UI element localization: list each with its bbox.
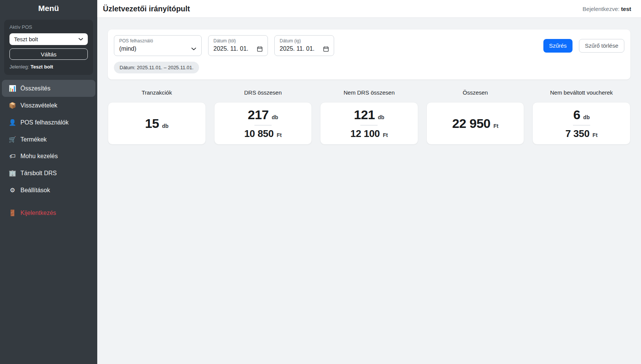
stat-non-drs-total: Nem DRS összesen 121 db 12 100 Ft (320, 89, 418, 145)
user-icon: 👤 (9, 119, 16, 126)
stat-primary-unit: db (162, 123, 168, 129)
stat-primary-value: 6 (573, 107, 580, 122)
header-bar: Üzletvezetői irányítópult Bejelentkezve:… (97, 0, 641, 18)
sidebar-item-termekek[interactable]: 🛒 Termékek (2, 131, 95, 148)
sidebar-item-label: Összesítés (20, 85, 50, 92)
sidebar-item-label: Termékek (20, 136, 47, 143)
clear-filter-button[interactable]: Szűrő törlése (579, 39, 624, 53)
stat-title: Összesen (426, 89, 524, 96)
stat-primary-unit: db (583, 114, 590, 120)
date-to-input[interactable]: Dátum (ig) 2025. 11. 01. (274, 35, 334, 56)
building-icon: 🏢 (9, 170, 16, 177)
stat-drs-total: DRS összesen 217 db 10 850 Ft (214, 89, 312, 145)
stat-unredeemed-vouchers: Nem beváltott voucherek 6 db 7 350 Ft (532, 89, 630, 145)
stat-card: 22 950 Ft (426, 102, 524, 145)
sidebar-item-osszesites[interactable]: 📊 Összesítés (2, 80, 95, 97)
sidebar-item-label: Visszavételek (20, 102, 58, 109)
package-icon: 📦 (9, 102, 16, 109)
sidebar-menu-title: Menü (0, 0, 97, 17)
sidebar-item-label: Beállítások (20, 187, 50, 194)
stat-title: Tranzakciók (108, 89, 206, 96)
stat-transactions: Tranzakciók 15 db (108, 89, 206, 145)
stat-divider (360, 125, 378, 126)
chevron-down-icon (191, 46, 196, 51)
stat-secondary-unit: Ft (277, 132, 282, 138)
stat-title: Nem beváltott voucherek (532, 89, 630, 96)
stat-title: Nem DRS összesen (320, 89, 418, 96)
login-status: Bejelentkezve: test (583, 6, 631, 12)
pos-user-select[interactable]: POS felhasználó (mind) (114, 35, 202, 56)
date-from-value: 2025. 11. 01. (213, 45, 248, 52)
date-from-input[interactable]: Dátum (tól) 2025. 11. 01. (208, 35, 268, 56)
pos-user-select-label: POS felhasználó (119, 38, 196, 44)
pos-user-select-value: (mind) (119, 45, 136, 52)
stat-secondary-value: 7 350 (565, 128, 590, 140)
date-to-value: 2025. 11. 01. (280, 45, 314, 52)
stat-grand-total: Összesen 22 950 Ft (426, 89, 524, 145)
stat-card: 15 db (108, 102, 206, 145)
active-pos-panel: Aktív POS Teszt bolt Váltás Jelenleg: Te… (4, 20, 93, 75)
door-icon: 🚪 (9, 209, 16, 216)
sidebar: Menü Aktív POS Teszt bolt Váltás Jelenle… (0, 0, 97, 364)
stat-secondary-value: 10 850 (244, 128, 274, 140)
sidebar-item-label: Társbolt DRS (20, 170, 57, 177)
main-area: Üzletvezetői irányítópult Bejelentkezve:… (97, 0, 641, 364)
stat-secondary-unit: Ft (383, 132, 388, 138)
page-title: Üzletvezetői irányítópult (103, 5, 190, 13)
gear-icon: ⚙ (9, 187, 16, 194)
sidebar-item-tarsbolt-drs[interactable]: 🏢 Társbolt DRS (2, 165, 95, 182)
pos-store-select-value: Teszt bolt (14, 36, 38, 42)
stat-secondary-unit: Ft (593, 132, 597, 138)
filter-button[interactable]: Szűrés (543, 39, 573, 53)
tag-icon: 🏷 (9, 153, 16, 160)
login-status-label: Bejelentkezve: (583, 6, 620, 12)
stat-primary-unit: db (272, 114, 278, 120)
stat-secondary-value: 12 100 (350, 128, 380, 140)
current-store-label: Jelenleg: (9, 64, 29, 70)
stat-primary-unit: db (378, 114, 384, 120)
stat-primary-value: 22 950 (452, 116, 490, 131)
active-pos-label: Aktív POS (9, 24, 88, 30)
sidebar-item-mohu-kezeles[interactable]: 🏷 Mohu kezelés (2, 148, 95, 165)
content-area: POS felhasználó (mind) Dátum (tól) 2025.… (97, 18, 641, 145)
pos-store-select[interactable]: Teszt bolt (9, 33, 88, 45)
logout-button[interactable]: 🚪 Kijelentkezés (2, 204, 95, 221)
calendar-icon[interactable] (323, 46, 329, 52)
stat-primary-value: 121 (354, 107, 375, 122)
stat-primary-unit: Ft (493, 123, 498, 129)
stat-card: 217 db 10 850 Ft (214, 102, 312, 145)
logout-label: Kijelentkezés (20, 210, 56, 216)
current-store-value: Teszt bolt (31, 64, 53, 70)
bar-chart-icon: 📊 (9, 85, 16, 92)
calendar-icon[interactable] (257, 46, 263, 52)
stat-divider (573, 125, 590, 126)
sidebar-item-label: POS felhasználók (20, 119, 68, 126)
stats-row: Tranzakciók 15 db DRS összesen 217 db (108, 89, 630, 145)
shopping-cart-icon: 🛒 (9, 136, 16, 143)
stat-primary-value: 217 (248, 107, 269, 122)
sidebar-menu: 📊 Összesítés 📦 Visszavételek 👤 POS felha… (0, 80, 97, 221)
date-range-badge: Dátum: 2025.11.01. – 2025.11.01. (114, 62, 199, 73)
sidebar-item-beallitasok[interactable]: ⚙ Beállítások (2, 182, 95, 199)
stat-card: 6 db 7 350 Ft (532, 102, 630, 145)
stat-divider (254, 125, 272, 126)
chevron-down-icon (78, 37, 83, 42)
stat-title: DRS összesen (214, 89, 312, 96)
filter-panel: POS felhasználó (mind) Dátum (tól) 2025.… (108, 30, 630, 79)
date-from-label: Dátum (tól) (213, 38, 263, 44)
sidebar-item-visszavetelek[interactable]: 📦 Visszavételek (2, 97, 95, 114)
app-root: Menü Aktív POS Teszt bolt Váltás Jelenle… (0, 0, 641, 364)
stat-card: 121 db 12 100 Ft (320, 102, 418, 145)
current-store-status: Jelenleg: Teszt bolt (9, 64, 88, 70)
login-status-user: test (621, 6, 631, 12)
switch-store-button[interactable]: Váltás (9, 48, 88, 60)
stat-primary-value: 15 (145, 116, 159, 131)
date-to-label: Dátum (ig) (280, 38, 329, 44)
sidebar-item-pos-felhasznalok[interactable]: 👤 POS felhasználók (2, 114, 95, 131)
sidebar-item-label: Mohu kezelés (20, 153, 58, 160)
